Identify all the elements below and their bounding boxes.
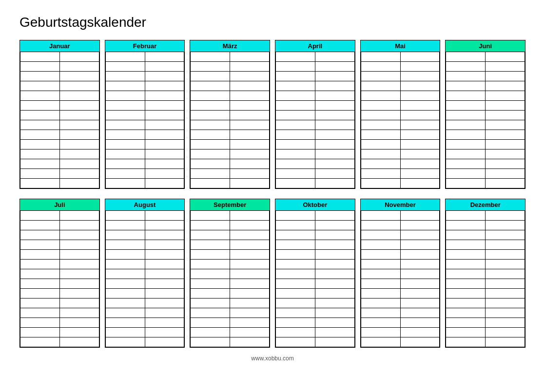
day-cell[interactable] xyxy=(191,211,230,221)
name-cell[interactable] xyxy=(230,81,270,91)
day-cell[interactable] xyxy=(105,279,145,289)
name-cell[interactable] xyxy=(400,179,440,188)
name-cell[interactable] xyxy=(59,111,99,120)
day-cell[interactable] xyxy=(191,169,230,179)
name-cell[interactable] xyxy=(145,81,184,91)
name-cell[interactable] xyxy=(59,169,99,179)
name-cell[interactable] xyxy=(400,289,440,299)
name-cell[interactable] xyxy=(486,72,525,81)
day-cell[interactable] xyxy=(191,91,230,101)
name-cell[interactable] xyxy=(486,337,525,347)
name-cell[interactable] xyxy=(59,149,99,159)
name-cell[interactable] xyxy=(230,308,270,318)
name-cell[interactable] xyxy=(230,72,270,81)
day-cell[interactable] xyxy=(105,120,145,130)
day-cell[interactable] xyxy=(105,169,145,179)
day-cell[interactable] xyxy=(20,279,60,289)
day-cell[interactable] xyxy=(191,81,230,91)
name-cell[interactable] xyxy=(230,230,270,240)
day-cell[interactable] xyxy=(276,62,315,72)
day-cell[interactable] xyxy=(276,91,315,101)
name-cell[interactable] xyxy=(59,179,99,188)
day-cell[interactable] xyxy=(276,337,315,347)
name-cell[interactable] xyxy=(315,120,354,130)
day-cell[interactable] xyxy=(191,269,230,279)
day-cell[interactable] xyxy=(361,130,400,140)
name-cell[interactable] xyxy=(145,72,184,81)
day-cell[interactable] xyxy=(361,91,400,101)
name-cell[interactable] xyxy=(486,169,525,179)
day-cell[interactable] xyxy=(446,72,486,81)
day-cell[interactable] xyxy=(446,52,486,62)
name-cell[interactable] xyxy=(315,318,354,328)
name-cell[interactable] xyxy=(315,149,354,159)
day-cell[interactable] xyxy=(446,337,486,347)
day-cell[interactable] xyxy=(361,328,400,337)
day-cell[interactable] xyxy=(20,91,60,101)
name-cell[interactable] xyxy=(230,337,270,347)
day-cell[interactable] xyxy=(361,52,400,62)
name-cell[interactable] xyxy=(486,289,525,299)
name-cell[interactable] xyxy=(486,149,525,159)
day-cell[interactable] xyxy=(20,149,60,159)
day-cell[interactable] xyxy=(361,221,400,230)
day-cell[interactable] xyxy=(105,72,145,81)
name-cell[interactable] xyxy=(59,52,99,62)
name-cell[interactable] xyxy=(486,159,525,169)
day-cell[interactable] xyxy=(446,260,486,269)
name-cell[interactable] xyxy=(145,52,184,62)
day-cell[interactable] xyxy=(191,308,230,318)
day-cell[interactable] xyxy=(276,318,315,328)
day-cell[interactable] xyxy=(276,328,315,337)
name-cell[interactable] xyxy=(486,140,525,149)
day-cell[interactable] xyxy=(20,130,60,140)
day-cell[interactable] xyxy=(191,318,230,328)
name-cell[interactable] xyxy=(315,81,354,91)
day-cell[interactable] xyxy=(105,260,145,269)
day-cell[interactable] xyxy=(361,337,400,347)
name-cell[interactable] xyxy=(486,120,525,130)
name-cell[interactable] xyxy=(145,169,184,179)
day-cell[interactable] xyxy=(191,111,230,120)
name-cell[interactable] xyxy=(486,81,525,91)
day-cell[interactable] xyxy=(191,289,230,299)
name-cell[interactable] xyxy=(145,269,184,279)
name-cell[interactable] xyxy=(59,159,99,169)
name-cell[interactable] xyxy=(59,101,99,111)
name-cell[interactable] xyxy=(59,91,99,101)
day-cell[interactable] xyxy=(361,279,400,289)
day-cell[interactable] xyxy=(276,299,315,308)
day-cell[interactable] xyxy=(361,260,400,269)
day-cell[interactable] xyxy=(191,159,230,169)
name-cell[interactable] xyxy=(400,299,440,308)
name-cell[interactable] xyxy=(230,328,270,337)
name-cell[interactable] xyxy=(145,211,184,221)
day-cell[interactable] xyxy=(361,211,400,221)
day-cell[interactable] xyxy=(446,62,486,72)
day-cell[interactable] xyxy=(276,130,315,140)
day-cell[interactable] xyxy=(276,140,315,149)
day-cell[interactable] xyxy=(276,211,315,221)
day-cell[interactable] xyxy=(361,230,400,240)
day-cell[interactable] xyxy=(20,111,60,120)
name-cell[interactable] xyxy=(59,250,99,260)
day-cell[interactable] xyxy=(276,52,315,62)
name-cell[interactable] xyxy=(400,269,440,279)
name-cell[interactable] xyxy=(315,179,354,188)
day-cell[interactable] xyxy=(191,240,230,250)
day-cell[interactable] xyxy=(20,240,60,250)
name-cell[interactable] xyxy=(59,230,99,240)
name-cell[interactable] xyxy=(315,308,354,318)
day-cell[interactable] xyxy=(105,111,145,120)
name-cell[interactable] xyxy=(400,81,440,91)
day-cell[interactable] xyxy=(276,221,315,230)
day-cell[interactable] xyxy=(191,250,230,260)
name-cell[interactable] xyxy=(230,179,270,188)
day-cell[interactable] xyxy=(446,279,486,289)
name-cell[interactable] xyxy=(400,159,440,169)
day-cell[interactable] xyxy=(361,101,400,111)
name-cell[interactable] xyxy=(230,62,270,72)
day-cell[interactable] xyxy=(191,221,230,230)
day-cell[interactable] xyxy=(361,81,400,91)
day-cell[interactable] xyxy=(361,289,400,299)
